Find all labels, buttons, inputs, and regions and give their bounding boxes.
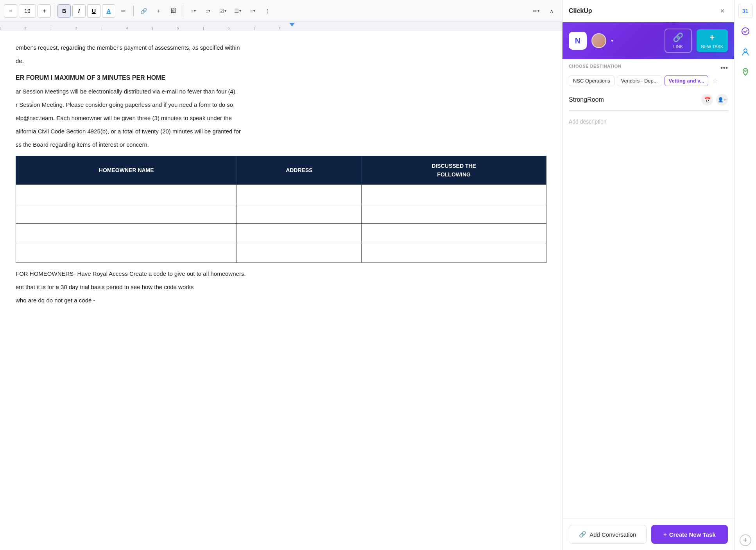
add-extension-plus-btn[interactable]: + [740,534,751,546]
increase-font-btn[interactable]: + [38,4,51,18]
task-name-text[interactable]: StrongRoom [569,96,697,103]
choose-dest-label: CHOOSE DESTINATION [569,64,621,68]
paragraph-1: ember's request, regarding the member's … [16,43,546,52]
table-cell [362,204,546,224]
close-button[interactable]: × [717,5,728,16]
table-cell [362,185,546,204]
user-chevron-icon[interactable]: ▾ [611,38,613,43]
choose-destination-section: CHOOSE DESTINATION ••• NSC Operations Ve… [563,59,734,89]
breadcrumb-vetting[interactable]: Vetting and v... [665,75,709,86]
table-cell [16,243,237,263]
create-task-label: Create New Task [669,531,716,538]
ruler-triangle [289,23,295,27]
section-heading: ER FORUM I MAXIMUM OF 3 MINUTES PER HOME [16,73,546,83]
table-cell [237,185,362,204]
ruler-mark-2: 2 [0,26,51,30]
ruler-mark-3: 3 [51,26,102,30]
clickup-logo: N [569,32,587,50]
table-cell [16,224,237,243]
table-cell [16,204,237,224]
breadcrumb-vendors[interactable]: Vendors - Dep... [617,75,662,86]
ruler-marks: 2 3 4 5 6 7 [0,22,562,31]
footer-text-3: who are dq do not get a code - [16,296,546,305]
avatar-bar: N ▾ 🔗 LINK + NEW TASK [563,22,734,59]
more-options-btn[interactable]: ⋮ [261,4,274,18]
line-spacing-btn[interactable]: ↕ ▾ [201,4,215,18]
create-task-plus-icon: + [663,531,667,538]
link-icon: 🔗 [673,32,683,43]
user-icon[interactable] [738,45,752,59]
numbered-list-btn[interactable]: ≡ ▾ [246,4,259,18]
body-text-1: ar Session Meetings will be electronical… [16,87,546,96]
table-cell [237,204,362,224]
collapse-btn[interactable]: ∧ [545,4,558,18]
toolbar-separator-2 [133,5,134,16]
font-size-display[interactable]: 19 [19,4,36,18]
italic-btn[interactable]: I [72,4,86,18]
bullet-list-btn[interactable]: ☰ ▾ [231,4,244,18]
table-cell [237,224,362,243]
table-cell [237,243,362,263]
table-cell [362,243,546,263]
user-avatar[interactable] [591,33,606,48]
body-text-2: r Session Meeting. Please consider going… [16,100,546,110]
decrease-font-btn[interactable]: − [4,4,17,18]
table-cell [362,224,546,243]
table-row [16,243,546,263]
create-new-task-button[interactable]: + Create New Task [651,525,728,544]
ruler-mark-4: 4 [102,26,152,30]
pen-icon[interactable]: ✏ ▾ [529,4,543,18]
link-btn[interactable]: 🔗 [137,4,150,18]
ruler: 2 3 4 5 6 7 [0,22,562,31]
check-circle-icon[interactable] [738,24,752,38]
document-area: − 19 + B I U A ✏ 🔗 + 🖼 ≡ ▾ ↕ ▾ ☑ ▾ ☰ ▾ ≡… [0,0,562,550]
table-row [16,224,546,243]
map-pin-icon[interactable] [738,65,752,79]
checklist-btn[interactable]: ☑ ▾ [216,4,229,18]
toolbar: − 19 + B I U A ✏ 🔗 + 🖼 ≡ ▾ ↕ ▾ ☑ ▾ ☰ ▾ ≡… [0,0,562,22]
calendar-icon-btn[interactable]: 📅 [701,94,713,106]
underline-btn[interactable]: U [87,4,100,18]
new-task-action-btn[interactable]: + NEW TASK [697,29,728,52]
task-form: StrongRoom 📅 👤+ Add description [563,89,734,518]
toolbar-separator-1 [54,5,54,16]
user-avatar-image [592,33,606,48]
side-icons-bar: 31 + [734,0,756,550]
task-description-placeholder[interactable]: Add description [569,115,728,128]
svg-point-2 [745,70,746,72]
more-dots-btn[interactable]: ••• [720,64,728,72]
breadcrumb-row: NSC Operations Vendors - Dep... Vetting … [569,75,728,86]
link-action-btn[interactable]: 🔗 LINK [665,29,692,53]
panel-title: ClickUp [569,7,717,14]
toolbar-separator-3 [183,5,183,16]
footer-text-1: FOR HOMEOWNERS- Have Royal Access Create… [16,269,546,279]
new-task-label: NEW TASK [701,44,723,49]
toolbar-right: ✏ ▾ ∧ [529,4,558,18]
add-conv-link-icon: 🔗 [579,531,586,538]
homeowner-table: HOMEOWNER NAME ADDRESS DISCUSSED THEFOLL… [16,156,546,263]
image-btn[interactable]: 🖼 [167,4,180,18]
document-content[interactable]: ember's request, regarding the member's … [0,31,562,550]
highlighter-btn[interactable]: ✏ [117,4,130,18]
add-conversation-button[interactable]: 🔗 Add Conversation [569,525,647,544]
add-user-icon-btn[interactable]: 👤+ [716,94,728,106]
bold-btn[interactable]: B [57,4,71,18]
google-calendar-icon[interactable]: 31 [738,4,752,18]
new-task-plus-icon: + [709,32,715,43]
task-icons: 📅 👤+ [701,94,728,106]
table-row [16,204,546,224]
align-btn[interactable]: ≡ ▾ [186,4,200,18]
svg-point-0 [742,28,749,35]
table-header-name: HOMEOWNER NAME [16,156,237,185]
insert-btn[interactable]: + [152,4,165,18]
body-text-3: elp@nsc.team. Each homeowner will be giv… [16,113,546,123]
font-color-btn[interactable]: A [102,4,115,18]
body-text-5: ss the Board regarding items of interest… [16,140,546,149]
add-conv-label: Add Conversation [589,531,636,538]
favorite-star-icon[interactable]: ☆ [712,77,718,84]
task-name-row: StrongRoom 📅 👤+ [569,94,728,111]
table-header-discussed: DISCUSSED THEFOLLOWING [362,156,546,185]
body-text-4: alifornia Civil Code Section 4925(b), or… [16,127,546,136]
clickup-sidebar-panel: ClickUp × N ▾ 🔗 LINK + NEW TASK [562,0,734,550]
breadcrumb-nsc-operations[interactable]: NSC Operations [569,75,614,86]
